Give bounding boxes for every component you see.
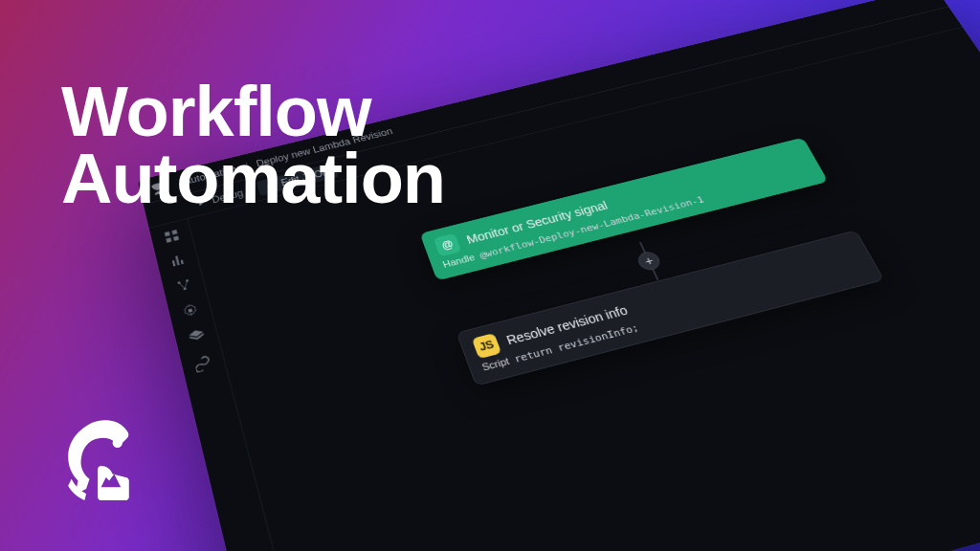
overlay-title-line2: Automation [61,145,445,212]
svg-rect-2 [166,238,171,243]
workflow-flow: @ Monitor or Security signal Handle @wor… [420,138,980,551]
svg-rect-3 [173,236,179,241]
script-label: Script [480,356,511,373]
datadog-logo-icon [52,413,157,518]
layers-icon[interactable] [186,327,206,346]
add-step-button[interactable]: + [635,250,663,272]
plus-icon: + [642,253,656,268]
network-icon[interactable] [173,276,193,295]
chart-icon[interactable] [167,252,188,270]
js-icon: JS [472,333,501,359]
link-icon[interactable] [192,354,213,373]
at-icon: @ [434,233,462,257]
svg-point-7 [188,308,192,313]
svg-rect-0 [164,231,169,236]
svg-point-8 [113,438,122,448]
dashboard-icon[interactable] [162,228,181,245]
overlay-title: Workflow Automation [61,78,445,213]
gear-icon[interactable] [180,301,200,320]
svg-rect-1 [171,230,177,234]
overlay-title-line1: Workflow [61,78,445,145]
